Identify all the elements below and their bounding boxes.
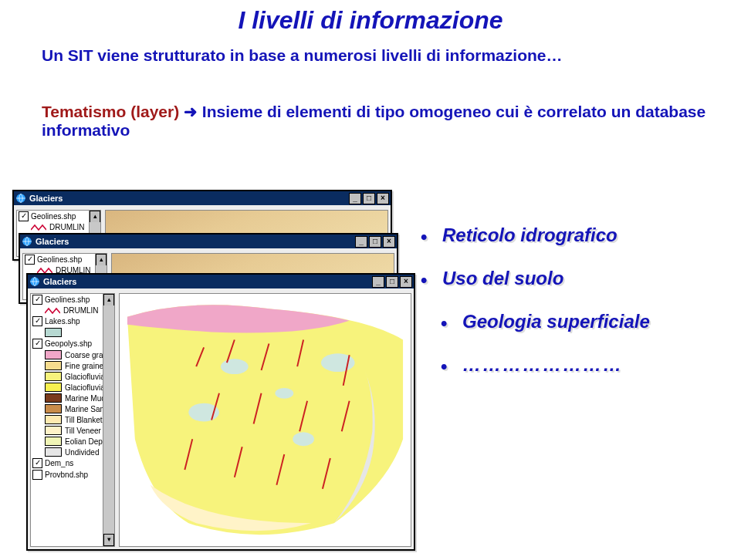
- layer-label[interactable]: Geolines.shp: [37, 255, 82, 264]
- svg-point-5: [221, 359, 249, 374]
- toc-panel: ✓Geolines.shpDRUMLIN✓Lakes.shp✓Geopolys.…: [30, 293, 115, 547]
- maximize-button[interactable]: □: [363, 193, 375, 204]
- titlebar[interactable]: Glaciers _ □ ×: [20, 234, 397, 248]
- globe-icon: [29, 276, 40, 287]
- window-title: Glaciers: [29, 194, 63, 203]
- layer-label[interactable]: Lakes.shp: [45, 317, 80, 326]
- bullet-item: •Uso del suolo: [421, 268, 729, 289]
- scroll-up[interactable]: ▴: [90, 211, 100, 223]
- swatch-icon: [45, 383, 62, 392]
- swatch-icon: [45, 437, 62, 446]
- intro-text: Un SIT viene strutturato in base a numer…: [42, 46, 710, 65]
- layer-row[interactable]: ✓Geolines.shp: [31, 294, 114, 305]
- layer-label[interactable]: Geolines.shp: [31, 212, 76, 221]
- minimize-button[interactable]: _: [372, 276, 384, 288]
- scroll-up[interactable]: ▴: [96, 254, 107, 266]
- layer-row[interactable]: ✓Lakes.shp: [31, 315, 114, 327]
- checkbox[interactable]: ✓: [25, 255, 35, 265]
- svg-point-6: [275, 388, 293, 399]
- layer-label[interactable]: Provbnd.shp: [45, 471, 88, 479]
- maximize-button[interactable]: □: [386, 276, 398, 288]
- swatch-icon: [45, 361, 62, 370]
- class-label: Marine Mud: [65, 394, 106, 403]
- swatch-icon: [45, 426, 62, 435]
- swatch-icon: [45, 350, 62, 359]
- bullet-item: •……………………: [441, 354, 729, 376]
- sublayer-label: DRUMLIN: [49, 223, 85, 231]
- page-title: I livelli di informazione: [0, 6, 741, 35]
- close-button[interactable]: ×: [383, 236, 395, 248]
- layer-row[interactable]: ✓Dem_ns: [31, 457, 114, 469]
- bullet-list: •Reticolo idrografico •Uso del suolo •Ge…: [421, 204, 729, 397]
- layer-label[interactable]: Dem_ns: [45, 459, 73, 467]
- checkbox[interactable]: ✓: [32, 458, 42, 468]
- layer-label[interactable]: Geopolys.shp: [45, 339, 92, 348]
- window-title: Glaciers: [36, 237, 69, 246]
- bullet-item: •Reticolo idrografico: [421, 224, 729, 246]
- checkbox[interactable]: ✓: [32, 339, 42, 349]
- layer-row[interactable]: Provbnd.shp: [31, 469, 114, 481]
- class-label: Undivided: [65, 448, 99, 457]
- scroll-down[interactable]: ▾: [103, 534, 114, 546]
- titlebar[interactable]: Glaciers _ □ ×: [14, 191, 391, 205]
- class-label: Till Blanket: [65, 416, 103, 424]
- maximize-button[interactable]: □: [369, 236, 381, 248]
- scroll-up[interactable]: ▴: [103, 294, 114, 306]
- minimize-button[interactable]: _: [349, 193, 361, 204]
- globe-icon: [15, 193, 26, 204]
- checkbox[interactable]: ✓: [19, 211, 29, 221]
- bullet-item: •Geologia superficiale: [441, 311, 729, 332]
- swatch-icon: [45, 372, 62, 381]
- checkbox[interactable]: [32, 470, 42, 480]
- definition-text: Tematismo (layer) ➜ Insieme di elementi …: [42, 103, 710, 140]
- svg-point-7: [188, 403, 219, 422]
- checkbox[interactable]: ✓: [32, 295, 42, 305]
- swatch-icon: [45, 393, 62, 403]
- close-button[interactable]: ×: [400, 276, 412, 288]
- map-canvas[interactable]: [119, 293, 411, 547]
- gis-window: Glaciers _ □ × ✓Geolines.shpDRUMLIN✓Lake…: [26, 273, 415, 551]
- layer-row[interactable]: ✓Geopolys.shp: [31, 338, 114, 349]
- close-button[interactable]: ×: [377, 193, 389, 204]
- layer-label[interactable]: Geolines.shp: [45, 295, 90, 304]
- window-title: Glaciers: [43, 277, 76, 286]
- swatch-icon: [45, 415, 62, 424]
- swatch-icon: [45, 404, 62, 413]
- swatch-icon: [45, 447, 62, 457]
- definition-key: Tematismo (layer): [42, 103, 179, 120]
- checkbox[interactable]: ✓: [32, 316, 42, 326]
- class-label: Till Veneer: [65, 427, 101, 435]
- globe-icon: [22, 236, 32, 247]
- titlebar[interactable]: Glaciers _ □ ×: [28, 275, 414, 288]
- minimize-button[interactable]: _: [355, 236, 367, 248]
- svg-point-8: [293, 432, 314, 446]
- arrow-icon: ➜: [184, 103, 198, 120]
